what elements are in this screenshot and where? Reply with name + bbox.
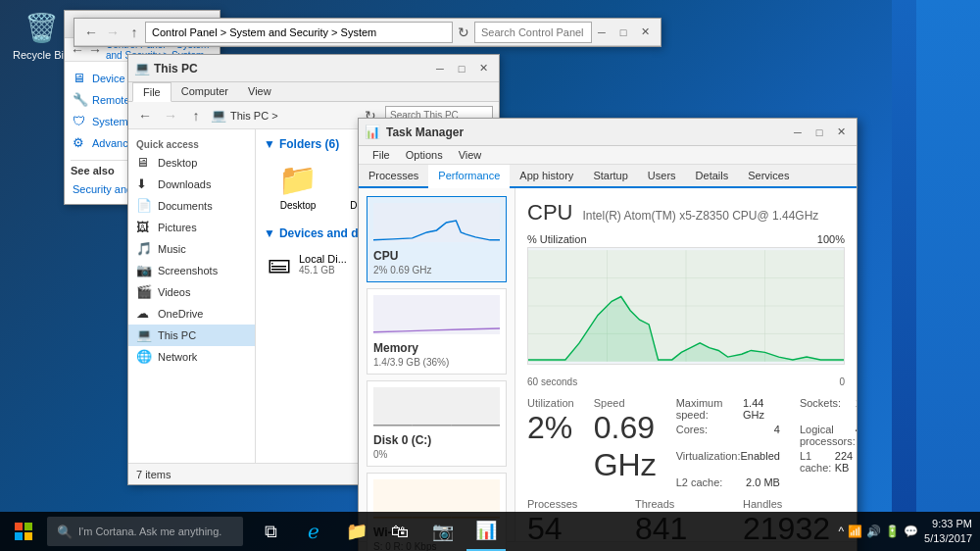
- tm-titlebar[interactable]: 📊 Task Manager ─ □ ✕: [359, 119, 857, 146]
- tm-disk-mini-graph: [373, 387, 500, 426]
- fe-titlebar[interactable]: 💻 This PC ─ □ ✕: [128, 55, 499, 82]
- recycle-bin[interactable]: 🗑️ Recycle Bin: [12, 10, 71, 61]
- tm-menu-view[interactable]: View: [451, 146, 490, 164]
- tm-maximize-btn[interactable]: □: [809, 124, 829, 141]
- fe-sidebar-this-pc-label: This PC: [158, 329, 196, 341]
- tm-disk-item-sub: 0%: [373, 449, 500, 460]
- taskbar-search-box[interactable]: 🔍 I'm Cortana. Ask me anything.: [47, 517, 243, 546]
- tm-tabs: Processes Performance App history Startu…: [359, 165, 857, 188]
- system-minimize-btn[interactable]: ─: [592, 24, 612, 41]
- system-search-input[interactable]: [474, 22, 592, 43]
- tm-tab-services[interactable]: Services: [738, 165, 799, 186]
- taskbar-task-view-button[interactable]: ⧉: [251, 512, 290, 551]
- fe-sidebar-desktop[interactable]: 🖥 Desktop: [128, 152, 255, 174]
- fe-sidebar-music[interactable]: 🎵 Music: [128, 238, 255, 260]
- tm-item-cpu[interactable]: CPU 2% 0.69 GHz: [367, 196, 507, 282]
- notification-icon[interactable]: 💬: [904, 525, 918, 538]
- tm-tab-processes[interactable]: Processes: [359, 165, 428, 186]
- sidebar-this-pc-icon: 💻: [136, 327, 152, 343]
- fe-sidebar-music-label: Music: [158, 243, 186, 255]
- remote-icon: 🔧: [73, 92, 88, 108]
- fe-sidebar-documents[interactable]: 📄 Documents: [128, 195, 255, 217]
- tm-tab-startup[interactable]: Startup: [583, 165, 637, 186]
- tm-detail-sockets-label: Sockets:: [800, 397, 841, 421]
- taskbar-photos-button[interactable]: 📷: [423, 512, 463, 551]
- tm-tab-details[interactable]: Details: [686, 165, 739, 186]
- tm-processes-label: Processes: [527, 498, 629, 510]
- tm-menu-options[interactable]: Options: [398, 146, 451, 164]
- fe-sidebar-this-pc[interactable]: 💻 This PC: [128, 325, 255, 346]
- tm-tab-performance[interactable]: Performance: [428, 165, 510, 188]
- battery-icon[interactable]: 🔋: [885, 525, 900, 538]
- fe-title: This PC: [154, 62, 430, 75]
- fe-quick-access-section: Quick access: [128, 133, 255, 152]
- fe-sidebar-pictures[interactable]: 🖼 Pictures: [128, 217, 255, 238]
- tm-cpu-model: Intel(R) Atom(TM) x5-Z8350 CPU@ 1.44GHz: [582, 209, 818, 223]
- taskbar-edge-button[interactable]: ℯ: [294, 512, 333, 551]
- tm-minimize-btn[interactable]: ─: [788, 124, 808, 141]
- sidebar-music-icon: 🎵: [136, 241, 152, 257]
- fe-address-icon: 💻: [211, 108, 226, 123]
- tm-menu-file[interactable]: File: [365, 146, 398, 164]
- tm-close-btn[interactable]: ✕: [831, 124, 851, 141]
- fe-sidebar-videos[interactable]: 🎬 Videos: [128, 281, 255, 303]
- fe-sidebar-screenshots[interactable]: 📷 Screenshots: [128, 260, 255, 281]
- tm-cpu-graph-svg: [528, 248, 844, 364]
- tray-expand-icon[interactable]: ^: [838, 525, 844, 538]
- system-forward-btn[interactable]: →: [102, 22, 123, 43]
- fe-tab-computer[interactable]: Computer: [172, 82, 238, 101]
- fe-sidebar-onedrive[interactable]: ☁ OneDrive: [128, 303, 255, 325]
- svg-rect-11: [24, 523, 32, 530]
- system-up-btn[interactable]: ↑: [123, 22, 145, 43]
- fe-close-btn[interactable]: ✕: [473, 60, 493, 77]
- task-view-icon: ⧉: [265, 522, 277, 542]
- svg-rect-1: [373, 387, 500, 426]
- fe-up-btn[interactable]: ↑: [185, 105, 207, 126]
- network-icon[interactable]: 📶: [848, 525, 862, 538]
- system-back-btn[interactable]: ←: [80, 22, 102, 43]
- tm-item-memory[interactable]: Memory 1.4/3.9 GB (36%): [367, 288, 507, 375]
- fe-minimize-btn[interactable]: ─: [430, 60, 450, 77]
- system-titlebar[interactable]: ← → ↑ ↻ ─ □ ✕: [74, 19, 661, 46]
- tm-title: Task Manager: [386, 125, 788, 139]
- taskbar-store-button[interactable]: 🛍: [380, 512, 419, 551]
- fe-maximize-btn[interactable]: □: [452, 60, 471, 77]
- system-refresh-btn[interactable]: ↻: [453, 22, 474, 43]
- tm-cpu-mini-graph: [373, 203, 500, 242]
- fe-sidebar-videos-label: Videos: [158, 286, 190, 298]
- tm-detail-logical-value: 4: [856, 424, 857, 447]
- system-address-input[interactable]: [145, 22, 453, 43]
- fe-devices-header-chevron: ▼: [264, 226, 275, 240]
- taskbar-clock[interactable]: 9:33 PM 5/13/2017: [924, 517, 972, 547]
- tm-detail-l2: L2 cache: 2.0 MB: [676, 476, 780, 488]
- fe-folder-desktop[interactable]: 📁 Desktop: [264, 157, 332, 215]
- fe-sidebar-downloads[interactable]: ⬇ Downloads: [128, 174, 255, 195]
- taskbar-start-button[interactable]: [0, 512, 47, 551]
- tm-speed-stat-label: Speed: [594, 397, 657, 409]
- tm-utilization-stat-value: 2%: [527, 409, 574, 446]
- sidebar-onedrive-icon: ☁: [136, 306, 152, 322]
- system-maximize-btn[interactable]: □: [613, 24, 633, 41]
- volume-icon[interactable]: 🔊: [866, 525, 881, 538]
- folder-desktop-icon: 📁: [278, 161, 318, 198]
- cortana-icon: 🔍: [57, 525, 73, 539]
- tm-detail-cores: Cores: 4: [676, 424, 780, 447]
- tm-detail-virtualization-label: Virtualization:: [676, 450, 741, 474]
- fe-tab-view[interactable]: View: [238, 82, 281, 101]
- clock-date: 5/13/2017: [924, 531, 972, 546]
- tm-threads-label: Threads: [635, 498, 737, 510]
- tm-tab-users[interactable]: Users: [638, 165, 686, 186]
- taskbar-explorer-button[interactable]: 📁: [337, 512, 376, 551]
- tm-tab-app-history[interactable]: App history: [510, 165, 583, 186]
- device-disk-icon: 🖴: [268, 250, 291, 277]
- tm-item-disk[interactable]: Disk 0 (C:) 0%: [367, 380, 507, 467]
- fe-back-btn[interactable]: ←: [134, 105, 156, 126]
- fe-tab-file[interactable]: File: [132, 82, 172, 102]
- system-close-btn[interactable]: ✕: [635, 24, 655, 41]
- sidebar-network-icon: 🌐: [136, 349, 152, 365]
- fe-sidebar-network[interactable]: 🌐 Network: [128, 346, 255, 368]
- taskbar-task-manager-button[interactable]: 📊: [466, 512, 506, 551]
- tm-detail-max-speed-value: 1.44 GHz: [743, 397, 780, 421]
- fe-forward-btn[interactable]: →: [160, 105, 181, 126]
- tm-details-section: Maximum speed: 1.44 GHz Sockets: 1 Cores…: [676, 397, 857, 488]
